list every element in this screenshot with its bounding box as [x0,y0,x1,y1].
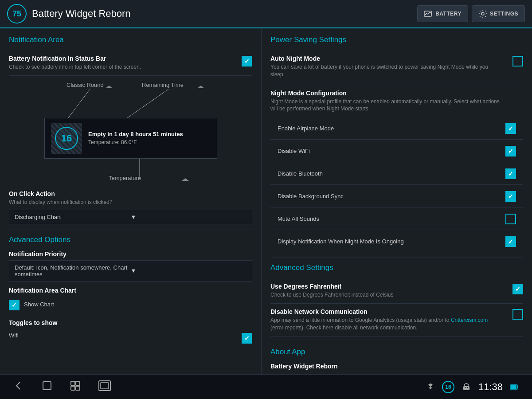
night-mode-checkbox-4[interactable] [505,214,516,224]
notification-area-title: Notification Area [9,35,252,44]
status-icons: 16 11:38 [426,381,519,393]
home-icon [42,380,52,391]
use-fahrenheit-row: Use Degrees Fahrenheit Check to use Degr… [270,278,523,304]
svg-line-7 [66,89,90,120]
use-fahrenheit-checkbox[interactable] [512,284,523,294]
disable-network-row: Disable Network Communication App may se… [270,304,523,336]
battery-notification-desc: Check to see battery info in top left co… [9,63,141,71]
crittercism-link[interactable]: Crittercism.com [451,317,488,323]
night-mode-item-2: Disable Bluetooth [270,162,523,185]
battery-btn-label: BATTERY [435,11,462,17]
top-bar-actions: BATTERY SETTINGS [417,5,525,22]
home-button[interactable] [42,380,52,393]
svg-rect-1 [431,12,432,15]
show-chart-label: Show Chart [24,301,54,308]
settings-button[interactable]: SETTINGS [472,5,525,22]
night-mode-label-2: Disable Bluetooth [278,170,323,177]
svg-rect-27 [517,386,518,388]
night-mode-checkbox-2[interactable] [505,168,516,179]
svg-marker-4 [106,86,113,88]
recent-apps-button[interactable] [70,380,81,393]
battery-notification-checkbox[interactable] [242,56,252,66]
auto-night-mode-row: Auto Night Mode You can save a lot of ba… [270,51,523,83]
svg-point-2 [481,12,484,15]
night-mode-config-title: Night Mode Configuration [270,90,523,97]
dropdown-arrow-icon: ▼ [131,214,247,220]
battery-chart-icon [424,9,433,18]
night-mode-checkbox-1[interactable] [505,146,516,156]
battery-button[interactable]: BATTERY [417,5,468,22]
back-icon [13,380,24,391]
svg-rect-28 [511,385,516,389]
recent-apps-icon [70,380,81,391]
preview-main-text: Empty in 1 day 8 hours 51 minutes [88,131,183,137]
svg-rect-16 [76,386,80,390]
battery-circle-badge: 75 [7,4,27,23]
app-title-section: 75 Battery Widget Reborn [7,4,131,23]
notification-priority-dropdown[interactable]: Default: Icon, Notification somewhere, C… [9,260,252,282]
about-battery-label: Battery Widget Reborn [270,363,523,370]
svg-rect-14 [76,381,80,385]
back-button[interactable] [13,380,24,393]
svg-point-19 [428,383,430,385]
divider-2 [270,258,523,258]
night-mode-label-3: Disable Background Sync [278,193,344,200]
night-mode-items-list: Enable Airplane Mode Disable WiFi Disabl… [270,117,523,252]
svg-line-8 [124,89,168,120]
battery-status-icon [510,383,519,391]
preview-battery-icon: 16 [55,127,78,150]
svg-rect-21 [463,386,469,390]
svg-rect-13 [71,381,75,385]
night-mode-label-1: Disable WiFi [278,148,310,154]
disable-network-desc: App may send a little information to Goo… [270,317,501,332]
about-app-title: About App [270,348,523,356]
auto-night-checkbox[interactable] [512,56,523,66]
night-mode-item-0: Enable Airplane Mode [270,117,523,140]
wifi-toggle-row: Wifi [9,328,252,348]
top-bar: 75 Battery Widget Reborn BATTERY SETTING… [0,0,532,28]
show-chart-row: Show Chart [9,295,252,314]
night-mode-label-0: Enable Airplane Mode [278,125,334,132]
nav-buttons [13,380,111,393]
night-mode-checkbox-5[interactable] [505,236,516,247]
wifi-checkbox[interactable] [242,333,252,344]
auto-night-desc: You can save a lot of battery if your ph… [270,63,501,78]
night-mode-label-4: Mute All Sounds [278,215,319,222]
night-mode-item-5: Display Notification When Night Mode Is … [270,230,523,252]
auto-night-title: Auto Night Mode [270,55,501,62]
toggles-section: Toggles to show Wifi [9,319,252,348]
notification-priority-value: Default: Icon, Notification somewhere, C… [15,264,131,278]
night-mode-config-desc: Night Mode is a special profile that can… [270,98,501,113]
android-icon [462,382,471,392]
disable-network-checkbox[interactable] [512,309,523,320]
divider-3 [270,342,523,342]
notification-preview: Classic Round Remaining Time Temperature… [9,76,253,187]
app-title: Battery Widget Reborn [32,8,131,20]
on-click-section: On Click Action What to display when not… [9,190,252,224]
notification-priority-section: Notification Priority Default: Icon, Not… [9,250,252,282]
capture-button[interactable] [98,380,111,393]
on-click-dropdown[interactable]: Discharging Chart ▼ [9,210,252,224]
svg-point-25 [467,387,468,388]
svg-text:Remaining Time: Remaining Time [142,82,184,88]
svg-text:Classic Round: Classic Round [66,82,104,88]
svg-rect-18 [101,383,109,389]
disable-network-title: Disable Network Communication [270,308,501,315]
show-chart-checkbox[interactable] [9,300,20,310]
on-click-title: On Click Action [9,190,252,197]
preview-card: 16 Empty in 1 day 8 hours 51 minutes Tem… [44,118,217,159]
notification-priority-title: Notification Priority [9,250,252,258]
preview-icon-wrapper: 16 [51,123,82,154]
night-mode-item-4: Mute All Sounds [270,207,523,230]
clock-display: 11:38 [478,381,503,393]
gear-icon [478,9,487,18]
advanced-options-title: Advanced Options [9,235,252,244]
right-panel: Power Saving Settings Auto Night Mode Yo… [262,28,532,374]
on-click-value: Discharging Chart [15,214,131,220]
main-content: Notification Area Battery Notification I… [0,28,532,374]
bottom-bar: 16 11:38 [0,374,532,399]
dropdown-arrow-icon-2: ▼ [131,267,247,274]
night-mode-checkbox-3[interactable] [505,191,516,202]
wifi-label: Wifi [9,332,19,339]
night-mode-checkbox-0[interactable] [505,123,516,134]
